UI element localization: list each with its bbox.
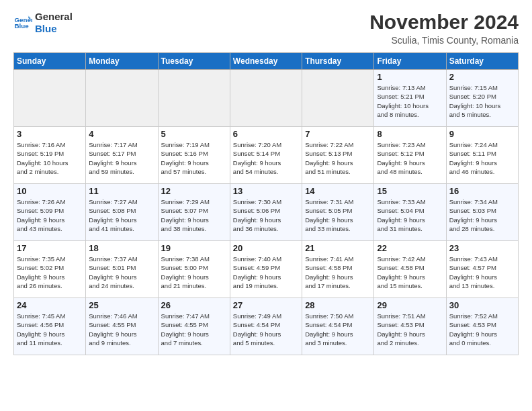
day-number: 1 xyxy=(377,72,443,82)
day-info: Sunrise: 7:45 AM Sunset: 4:56 PM Dayligh… xyxy=(17,312,83,347)
svg-text:Blue: Blue xyxy=(14,22,29,30)
day-info: Sunrise: 7:35 AM Sunset: 5:02 PM Dayligh… xyxy=(17,255,83,290)
calendar-cell: 16Sunrise: 7:34 AM Sunset: 5:03 PM Dayli… xyxy=(446,184,518,241)
calendar-week-row: 17Sunrise: 7:35 AM Sunset: 5:02 PM Dayli… xyxy=(14,241,519,298)
day-info: Sunrise: 7:52 AM Sunset: 4:53 PM Dayligh… xyxy=(449,312,515,347)
day-number: 13 xyxy=(233,186,299,196)
day-number: 2 xyxy=(449,72,515,82)
day-number: 30 xyxy=(449,300,515,310)
weekday-header-monday: Monday xyxy=(86,53,158,70)
day-info: Sunrise: 7:17 AM Sunset: 5:17 PM Dayligh… xyxy=(89,140,154,176)
logo: General Blue General Blue xyxy=(13,11,73,35)
weekday-header-tuesday: Tuesday xyxy=(158,53,230,70)
calendar-cell: 25Sunrise: 7:46 AM Sunset: 4:55 PM Dayli… xyxy=(86,298,158,355)
calendar-cell: 6Sunrise: 7:20 AM Sunset: 5:14 PM Daylig… xyxy=(230,127,302,184)
day-info: Sunrise: 7:13 AM Sunset: 5:21 PM Dayligh… xyxy=(377,83,443,119)
calendar-cell: 29Sunrise: 7:51 AM Sunset: 4:53 PM Dayli… xyxy=(374,298,446,355)
day-number: 12 xyxy=(161,186,227,196)
day-info: Sunrise: 7:19 AM Sunset: 5:16 PM Dayligh… xyxy=(161,140,227,176)
day-info: Sunrise: 7:49 AM Sunset: 4:54 PM Dayligh… xyxy=(233,312,299,347)
calendar-cell: 19Sunrise: 7:38 AM Sunset: 5:00 PM Dayli… xyxy=(158,241,230,298)
calendar-cell: 27Sunrise: 7:49 AM Sunset: 4:54 PM Dayli… xyxy=(230,298,302,355)
logo-icon: General Blue xyxy=(13,13,32,32)
day-number: 10 xyxy=(17,186,83,196)
calendar-cell xyxy=(14,70,86,127)
day-info: Sunrise: 7:51 AM Sunset: 4:53 PM Dayligh… xyxy=(377,312,443,347)
day-number: 11 xyxy=(89,186,154,196)
day-info: Sunrise: 7:47 AM Sunset: 4:55 PM Dayligh… xyxy=(161,312,227,347)
day-number: 27 xyxy=(233,300,299,310)
day-info: Sunrise: 7:42 AM Sunset: 4:58 PM Dayligh… xyxy=(377,255,443,290)
calendar-cell: 21Sunrise: 7:41 AM Sunset: 4:58 PM Dayli… xyxy=(302,241,374,298)
calendar-cell: 24Sunrise: 7:45 AM Sunset: 4:56 PM Dayli… xyxy=(14,298,86,355)
day-info: Sunrise: 7:33 AM Sunset: 5:04 PM Dayligh… xyxy=(377,197,443,233)
title-block: November 2024 Sculia, Timis County, Roma… xyxy=(369,11,519,46)
calendar-cell: 10Sunrise: 7:26 AM Sunset: 5:09 PM Dayli… xyxy=(14,184,86,241)
calendar-cell: 28Sunrise: 7:50 AM Sunset: 4:54 PM Dayli… xyxy=(302,298,374,355)
calendar-cell: 9Sunrise: 7:24 AM Sunset: 5:11 PM Daylig… xyxy=(446,127,518,184)
calendar-cell: 30Sunrise: 7:52 AM Sunset: 4:53 PM Dayli… xyxy=(446,298,518,355)
calendar-cell: 1Sunrise: 7:13 AM Sunset: 5:21 PM Daylig… xyxy=(374,70,446,127)
day-info: Sunrise: 7:41 AM Sunset: 4:58 PM Dayligh… xyxy=(305,255,371,290)
day-info: Sunrise: 7:16 AM Sunset: 5:19 PM Dayligh… xyxy=(17,140,83,176)
calendar-cell: 22Sunrise: 7:42 AM Sunset: 4:58 PM Dayli… xyxy=(374,241,446,298)
calendar-cell: 12Sunrise: 7:29 AM Sunset: 5:07 PM Dayli… xyxy=(158,184,230,241)
calendar-cell: 17Sunrise: 7:35 AM Sunset: 5:02 PM Dayli… xyxy=(14,241,86,298)
day-number: 7 xyxy=(305,129,371,139)
logo-text-general: General xyxy=(35,11,73,23)
day-info: Sunrise: 7:22 AM Sunset: 5:13 PM Dayligh… xyxy=(305,140,371,176)
day-info: Sunrise: 7:26 AM Sunset: 5:09 PM Dayligh… xyxy=(17,197,83,233)
day-number: 14 xyxy=(305,186,371,196)
calendar-cell: 18Sunrise: 7:37 AM Sunset: 5:01 PM Dayli… xyxy=(86,241,158,298)
calendar-header-row: SundayMondayTuesdayWednesdayThursdayFrid… xyxy=(14,53,519,70)
day-number: 19 xyxy=(161,243,227,253)
calendar-week-row: 3Sunrise: 7:16 AM Sunset: 5:19 PM Daylig… xyxy=(14,127,519,184)
calendar-week-row: 24Sunrise: 7:45 AM Sunset: 4:56 PM Dayli… xyxy=(14,298,519,355)
day-number: 15 xyxy=(377,186,443,196)
calendar-cell xyxy=(230,70,302,127)
day-info: Sunrise: 7:30 AM Sunset: 5:06 PM Dayligh… xyxy=(233,197,299,233)
calendar-week-row: 1Sunrise: 7:13 AM Sunset: 5:21 PM Daylig… xyxy=(14,70,519,127)
day-number: 5 xyxy=(161,129,227,139)
day-info: Sunrise: 7:23 AM Sunset: 5:12 PM Dayligh… xyxy=(377,140,443,176)
day-info: Sunrise: 7:15 AM Sunset: 5:20 PM Dayligh… xyxy=(449,83,515,119)
day-number: 23 xyxy=(449,243,515,253)
calendar-cell: 3Sunrise: 7:16 AM Sunset: 5:19 PM Daylig… xyxy=(14,127,86,184)
day-number: 26 xyxy=(161,300,227,310)
day-info: Sunrise: 7:38 AM Sunset: 5:00 PM Dayligh… xyxy=(161,255,227,290)
calendar-cell xyxy=(158,70,230,127)
day-number: 6 xyxy=(233,129,299,139)
weekday-header-friday: Friday xyxy=(374,53,446,70)
calendar-cell: 13Sunrise: 7:30 AM Sunset: 5:06 PM Dayli… xyxy=(230,184,302,241)
calendar-cell: 4Sunrise: 7:17 AM Sunset: 5:17 PM Daylig… xyxy=(86,127,158,184)
day-info: Sunrise: 7:24 AM Sunset: 5:11 PM Dayligh… xyxy=(449,140,515,176)
day-number: 18 xyxy=(89,243,154,253)
day-info: Sunrise: 7:50 AM Sunset: 4:54 PM Dayligh… xyxy=(305,312,371,347)
calendar-cell: 7Sunrise: 7:22 AM Sunset: 5:13 PM Daylig… xyxy=(302,127,374,184)
day-info: Sunrise: 7:37 AM Sunset: 5:01 PM Dayligh… xyxy=(89,255,154,290)
day-number: 4 xyxy=(89,129,154,139)
location-subtitle: Sculia, Timis County, Romania xyxy=(369,35,519,46)
day-number: 8 xyxy=(377,129,443,139)
calendar-cell: 2Sunrise: 7:15 AM Sunset: 5:20 PM Daylig… xyxy=(446,70,518,127)
day-number: 9 xyxy=(449,129,515,139)
day-info: Sunrise: 7:46 AM Sunset: 4:55 PM Dayligh… xyxy=(89,312,154,347)
day-number: 25 xyxy=(89,300,154,310)
day-info: Sunrise: 7:43 AM Sunset: 4:57 PM Dayligh… xyxy=(449,255,515,290)
month-title: November 2024 xyxy=(369,11,519,34)
weekday-header-sunday: Sunday xyxy=(14,53,86,70)
calendar-cell: 8Sunrise: 7:23 AM Sunset: 5:12 PM Daylig… xyxy=(374,127,446,184)
day-number: 17 xyxy=(17,243,83,253)
calendar-cell xyxy=(302,70,374,127)
calendar-cell: 14Sunrise: 7:31 AM Sunset: 5:05 PM Dayli… xyxy=(302,184,374,241)
weekday-header-wednesday: Wednesday xyxy=(230,53,302,70)
page-header: General Blue General Blue November 2024 … xyxy=(13,11,519,46)
day-info: Sunrise: 7:20 AM Sunset: 5:14 PM Dayligh… xyxy=(233,140,299,176)
day-number: 29 xyxy=(377,300,443,310)
day-number: 3 xyxy=(17,129,83,139)
calendar-cell: 15Sunrise: 7:33 AM Sunset: 5:04 PM Dayli… xyxy=(374,184,446,241)
calendar-table: SundayMondayTuesdayWednesdayThursdayFrid… xyxy=(13,52,519,355)
day-number: 28 xyxy=(305,300,371,310)
calendar-cell: 26Sunrise: 7:47 AM Sunset: 4:55 PM Dayli… xyxy=(158,298,230,355)
day-number: 21 xyxy=(305,243,371,253)
